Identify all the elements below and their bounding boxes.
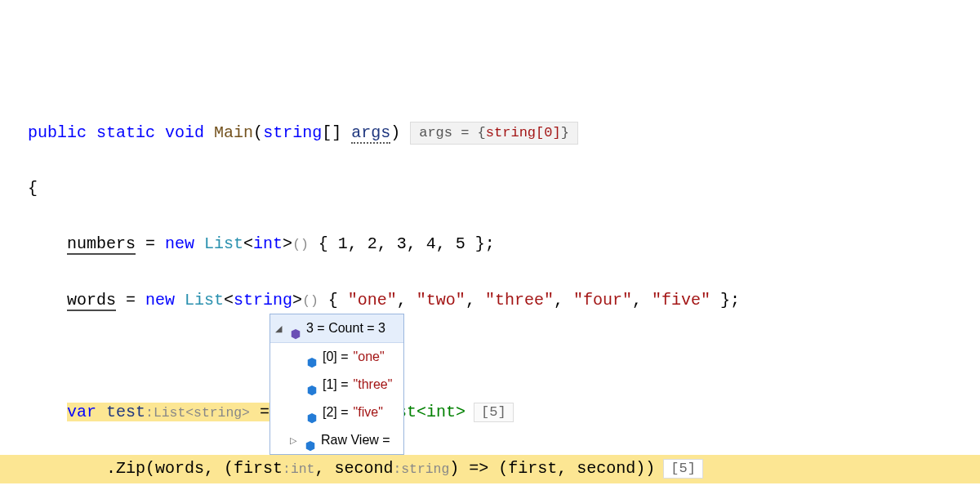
expand-icon[interactable]: ◢ bbox=[275, 315, 285, 341]
debug-tooltip-item[interactable]: [0] = "one" bbox=[270, 343, 403, 371]
param-args[interactable]: args bbox=[351, 123, 390, 144]
code-line-zip: .Zip(words, (first:int, second:string) =… bbox=[0, 455, 980, 483]
code-line-var-test: var test:List<string> = numbers// List<i… bbox=[28, 399, 980, 427]
field-icon bbox=[306, 351, 318, 363]
debug-tooltip-item[interactable]: [1] = "three" bbox=[270, 371, 403, 399]
field-icon bbox=[306, 379, 318, 390]
code-line-words: words = new List<string>() { "one", "two… bbox=[28, 287, 980, 315]
code-line-blank bbox=[28, 343, 980, 371]
debug-badge-args[interactable]: args = {string[0]} bbox=[410, 122, 578, 145]
debug-tooltip[interactable]: ◢ 3 = Count = 3 [0] = "one" [1] = "three… bbox=[270, 314, 404, 455]
debug-tooltip-header[interactable]: ◢ 3 = Count = 3 bbox=[270, 314, 403, 343]
expand-icon[interactable]: ▷ bbox=[290, 427, 300, 453]
code-line-brace-open: { bbox=[28, 175, 980, 203]
field-icon bbox=[305, 434, 316, 446]
code-line-numbers: numbers = new List<int>() { 1, 2, 3, 4, … bbox=[28, 230, 980, 259]
code-line-signature: public static void Main(string[] args)ar… bbox=[28, 119, 980, 147]
object-icon bbox=[290, 323, 301, 334]
count-badge[interactable]: [5] bbox=[474, 403, 514, 422]
debug-tooltip-item[interactable]: [2] = "five" bbox=[270, 399, 403, 426]
debug-tooltip-raw[interactable]: ▷ Raw View = bbox=[270, 426, 403, 454]
field-icon bbox=[306, 407, 318, 418]
count-badge[interactable]: [5] bbox=[663, 459, 703, 479]
